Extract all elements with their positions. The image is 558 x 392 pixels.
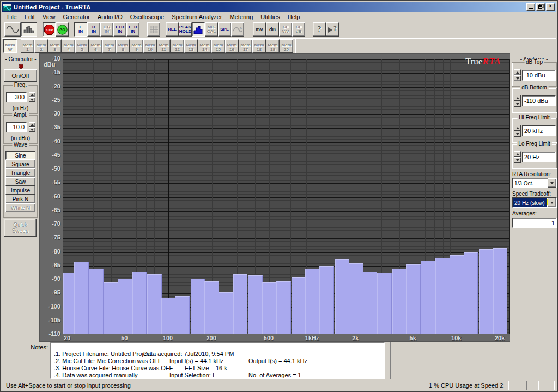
db-top-stepper-down[interactable] [514,75,521,81]
speed-tradeoff-dropdown-button[interactable] [548,198,556,207]
help-tool[interactable]: ? [313,22,326,37]
spl-tool[interactable]: SPL [218,22,231,37]
l-plus-r-input-tool[interactable]: L+R IN [113,22,126,37]
wave-pink-n-button[interactable]: Pink N [5,195,35,203]
mem-9-button[interactable]: Mem 9 [130,39,143,53]
millivolts-tool[interactable]: mV [253,22,266,37]
menu-view[interactable]: View [39,13,59,21]
mem-2-button[interactable]: Mem 2 [34,39,48,53]
menu-generator[interactable]: Generator [59,13,94,21]
wave-saw-button[interactable]: Saw [5,177,35,186]
wave-triangle-button[interactable]: Triangle [5,168,35,177]
menu-oscilloscope[interactable]: Oscilloscope [126,13,168,21]
lo-freq-limit-input[interactable]: 20 Hz [522,152,556,162]
rta-resolution-dropdown-button[interactable] [548,178,556,188]
hi-freq-limit-stepper-up[interactable] [514,125,521,131]
mem-17-button[interactable]: Mem 17 [239,39,252,53]
left-input-tool[interactable]: L IN [74,22,87,37]
mem-3-button[interactable]: Mem 3 [48,39,62,53]
mic-cal-tool-label: MIC CAL [207,25,216,34]
mem-6-button[interactable]: Mem 6 [89,39,102,53]
hi-freq-limit-stepper-down[interactable] [514,131,521,137]
y-tick-label: -30 [40,110,60,117]
x-tick-label: 10k [444,335,468,341]
db-bottom-stepper-down[interactable] [514,101,521,107]
gridline-h [63,106,509,107]
mem-11-button[interactable]: Mem 11 [157,39,171,53]
mem-8-button[interactable]: Mem 8 [116,39,130,53]
freq-stepper-up[interactable] [29,92,35,97]
gridline-h [63,161,509,162]
db-bottom-input[interactable]: -110 dBu [522,95,556,106]
freq-stepper-down[interactable] [29,97,35,102]
ampl-stepper-up[interactable] [29,122,35,127]
mem-16-button[interactable]: Mem 16 [225,39,239,53]
menu-help[interactable]: Help [284,13,304,21]
mem-1-button[interactable]: Mem 1 [21,39,34,53]
mem-7-button[interactable]: Mem 7 [102,39,116,53]
spectrum-analyzer-tool[interactable] [21,22,37,37]
context-help-tool[interactable]: ? [326,22,339,37]
menu-metering[interactable]: Metering [226,13,257,21]
sine-generator-tool[interactable] [4,22,21,37]
mem-20-button[interactable]: Mem 20 [280,39,293,53]
menu-spectrum-analyzer[interactable]: Spectrum Analyzer [168,13,226,21]
decibels-tool[interactable]: dB [266,22,279,37]
mem-13-button[interactable]: Mem 13 [184,39,198,53]
mem-5-button[interactable]: Mem 5 [75,39,89,53]
right-input-tool[interactable]: R IN [87,22,100,37]
peak-hold-tool[interactable]: PEAK HOLD [179,22,192,37]
db-bottom-stepper-up[interactable] [514,95,521,101]
mem-18-button[interactable]: Mem 18 [252,39,266,53]
rel-tool[interactable]: REL [166,22,179,37]
gridline-h [63,136,509,137]
bar-display-tool[interactable] [192,22,205,37]
lo-freq-limit-stepper-down[interactable] [514,157,521,163]
mem-15-button[interactable]: Mem 15 [211,39,225,53]
wave-square-button[interactable]: Square [5,160,35,168]
gridline-h [63,95,509,96]
mem-4-button[interactable]: Mem 4 [62,39,75,53]
averages-input[interactable]: 1 [512,218,557,228]
close-button[interactable]: × [546,3,555,11]
gridline-h [63,170,509,170]
freq-input[interactable]: 300 [6,92,27,102]
mem-19-button[interactable]: Mem 19 [266,39,280,53]
restore-button[interactable] [536,3,545,11]
mem-12-button[interactable]: Mem 12 [171,39,184,53]
cpu-usage-indicator: 1 % CPU Usage at Speed 2 [426,381,509,390]
y-tick-label: -75 [40,234,60,240]
quick-sweep-button[interactable]: Quick Sweep [4,219,37,237]
spectrum-bar-125hz [175,296,190,334]
mem-14-button[interactable]: Mem 14 [198,39,211,53]
hi-freq-limit-input[interactable]: 20 kHz [522,125,556,136]
stop-icon: STOP [44,25,54,35]
menu-utilities[interactable]: Utilities [257,13,283,21]
wave-impulse-button[interactable]: Impulse [5,186,35,195]
lo-freq-limit-stepper-up[interactable] [514,151,521,157]
rel-tool-label: REL [168,27,177,32]
mem-w-button[interactable]: Mem W [3,39,17,53]
gridline-h [63,84,509,85]
wave-sine-button[interactable]: Sine [5,151,35,160]
notes-box[interactable]: .1. Project Filename: Untitled ProjectDa… [50,342,385,379]
rta-resolution-dropdown[interactable]: 1/3 Oct. [512,178,557,188]
menu-file[interactable]: File [3,13,21,21]
minimize-button[interactable] [526,3,535,11]
generator-onoff-button[interactable]: On/Off [4,69,37,82]
db-top-stepper-up[interactable] [514,69,521,75]
mem-10-button[interactable]: Mem 10 [143,39,157,53]
db-top-input[interactable]: -10 dBu [522,70,556,81]
toolbar-group-6: mVdBCF V/VCF dB [253,22,305,37]
ampl-input[interactable]: -10.0 [6,122,27,132]
stop-tool[interactable]: STOP [43,22,56,37]
ampl-stepper-down[interactable] [29,127,35,132]
hi-freq-limit-group: Hi Freq Limit20 kHz [512,118,557,142]
menu-edit[interactable]: Edit [21,13,39,21]
go-tool[interactable]: GO [56,22,69,37]
l-minus-r-input-tool[interactable]: L−R IN [126,22,140,37]
menu-audio-i-o[interactable]: Audio I/O [94,13,126,21]
toolbar-group-2: STOPGO [43,22,69,37]
speed-tradeoff-dropdown[interactable]: 20 Hz (slow) [512,197,557,208]
notes-line-1-segment: Data acquired: 7Jul2010, 9:54 PM [143,351,234,357]
